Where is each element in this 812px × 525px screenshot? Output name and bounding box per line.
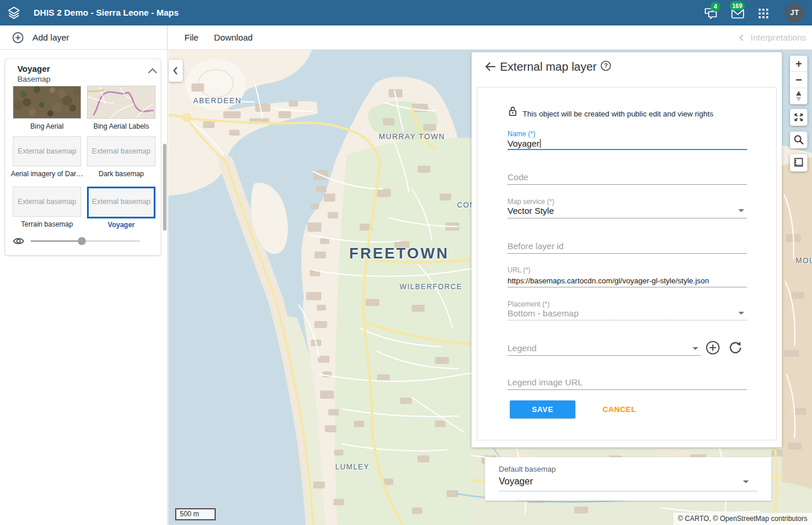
zoom-out-button[interactable]: − [790, 72, 807, 88]
sidebar-scrollbar[interactable] [163, 144, 166, 231]
menu-interpretations[interactable]: Interpretations [751, 25, 806, 50]
map-label-freetown: FREETOWN [349, 245, 449, 262]
external-basemap-placeholder: External basemap [87, 136, 155, 166]
basemap-square-icon [790, 154, 807, 172]
help-icon[interactable]: ? [600, 60, 611, 71]
external-basemap-placeholder: External basemap [13, 136, 81, 166]
dialog-form-card: This object will be created with public … [477, 87, 777, 440]
fullscreen-button[interactable] [790, 109, 807, 126]
opacity-slider-handle[interactable] [78, 237, 86, 245]
legend-image-url-input[interactable]: Legend image URL [507, 377, 747, 388]
refresh-icon[interactable] [728, 340, 743, 355]
dhis2-logo-icon[interactable] [7, 6, 21, 20]
dropdown-arrow-icon [738, 209, 744, 212]
apps-grid-icon[interactable] [759, 9, 768, 19]
text-cursor [540, 139, 541, 148]
lock-open-icon [507, 106, 518, 116]
menu-file[interactable]: File [184, 25, 198, 50]
svg-text:?: ? [604, 62, 608, 69]
add-layer-button[interactable]: Add layer [0, 25, 167, 50]
public-rights-notice: This object will be created with public … [523, 110, 713, 118]
thumb-label: Dark basemap [85, 170, 158, 178]
messages-badge: 4 [710, 2, 720, 12]
avatar[interactable]: JT [785, 3, 804, 23]
external-basemap-placeholder: External basemap [87, 187, 155, 218]
thumb-label: Aerial imagery of Dar… [10, 170, 84, 178]
basemap-toggle-button[interactable] [790, 154, 807, 172]
basemap-panel-title: Voyager [17, 64, 50, 74]
visibility-eye-icon[interactable] [12, 236, 25, 246]
add-layer-label: Add layer [32, 25, 69, 50]
search-icon [790, 132, 807, 148]
compass-icon [790, 88, 807, 104]
thumb-label: Terrain basemap [10, 220, 84, 228]
dropdown-arrow-icon [743, 480, 749, 483]
basemap-thumb-bing-aerial-labels[interactable]: Bing Aerial Labels [87, 86, 155, 130]
name-label: Name (*) [507, 130, 535, 138]
fullscreen-icon [790, 109, 807, 126]
thumb-label: Voyager [85, 221, 158, 229]
search-button[interactable] [790, 132, 807, 148]
basemap-thumb-bing-aerial[interactable]: Bing Aerial [13, 86, 81, 130]
external-basemap-placeholder: External basemap [13, 187, 81, 217]
app-header: DHIS 2 Demo - Sierra Leone - Maps 4 169 … [0, 0, 812, 25]
bing-aerial-labels-thumbnail [87, 86, 155, 119]
opacity-slider-active [31, 240, 80, 242]
sidebar-collapse-button[interactable] [169, 60, 183, 82]
basemap-panel-subtitle: Basemap [17, 75, 50, 83]
url-label: URL (*) [507, 266, 531, 274]
compass-button[interactable] [790, 88, 807, 104]
before-layer-input[interactable]: Before layer id [507, 241, 747, 251]
map-scale-bar: 500 m [175, 508, 216, 520]
map-label-aberdeen: ABERDEEN [193, 96, 242, 105]
code-input[interactable]: Code [507, 172, 747, 183]
menubar: File Download Interpretations [168, 25, 812, 50]
placement-select[interactable]: Bottom - basemap [507, 308, 747, 319]
mail-badge: 169 [730, 1, 745, 10]
back-arrow-icon[interactable] [484, 61, 497, 72]
save-button[interactable]: SAVE [510, 400, 575, 418]
map-label-wilberforce: WILBERFORCE [400, 283, 462, 291]
dropdown-arrow-icon [693, 347, 698, 350]
default-basemap-card: Default basemap Voyager [485, 457, 771, 501]
thumb-label: Bing Aerial Labels [85, 122, 158, 130]
plus-circle-icon [12, 32, 24, 43]
dropdown-arrow-icon [738, 312, 744, 315]
bing-aerial-thumbnail [13, 86, 81, 119]
default-basemap-label: Default basemap [499, 465, 556, 473]
chevron-left-icon [169, 60, 183, 82]
map-attribution: © CARTO, © OpenStreetMap contributors [673, 513, 812, 525]
thumb-label: Bing Aerial [10, 122, 84, 130]
map-service-select[interactable]: Vector Style [507, 206, 747, 216]
basemap-panel: Voyager Basemap Bing Aerial Bing Aerial … [5, 59, 161, 256]
map-label-lumley: LUMLEY [335, 463, 369, 471]
chevron-left-icon [738, 34, 746, 42]
basemap-thumb-voyager-selected[interactable]: External basemap Voyager [87, 187, 155, 229]
map-service-label: Map service (*) [507, 198, 554, 206]
basemap-thumb-dark[interactable]: External basemap Dark basemap [87, 136, 155, 178]
placement-label: Placement (*) [507, 300, 550, 308]
map-label-murray-town: MURRAY TOWN [379, 132, 445, 141]
add-legend-icon[interactable] [705, 340, 720, 355]
url-input[interactable]: https://basemaps.cartocdn.com/gl/voyager… [507, 275, 747, 286]
name-input[interactable]: Voyager [507, 138, 747, 149]
zoom-control: + − [790, 56, 807, 104]
chevron-up-icon[interactable] [147, 67, 158, 75]
zoom-in-button[interactable]: + [790, 56, 807, 72]
default-basemap-select[interactable]: Voyager [499, 476, 533, 487]
menu-download[interactable]: Download [214, 25, 253, 50]
app-title: DHIS 2 Demo - Sierra Leone - Maps [34, 0, 179, 25]
map-label-mountain: MOUN [796, 257, 812, 265]
basemap-thumb-aerial-dar[interactable]: External basemap Aerial imagery of Dar… [13, 136, 81, 178]
dialog-title: External map layer [500, 60, 597, 74]
basemap-thumb-terrain[interactable]: External basemap Terrain basemap [13, 187, 81, 228]
cancel-button[interactable]: CANCEL [603, 405, 636, 414]
external-map-layer-dialog: External map layer ? This object will be… [472, 52, 782, 447]
sidebar: Add layer Voyager Basemap Bing Aerial Bi… [0, 25, 168, 525]
